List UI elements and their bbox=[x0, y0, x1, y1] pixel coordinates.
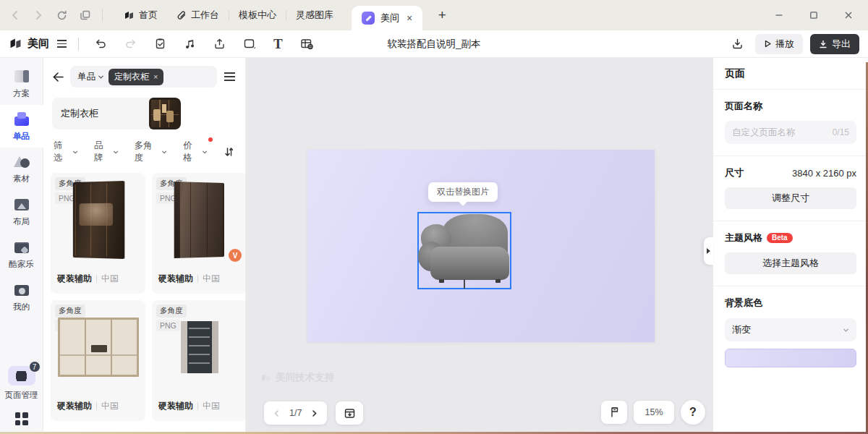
meijian-logo-icon bbox=[9, 37, 22, 51]
sidebar-item-assets[interactable]: 素材 bbox=[0, 148, 43, 190]
page-pager: 1/7 bbox=[264, 401, 327, 425]
product-region: 中国 bbox=[101, 273, 119, 285]
search-tag[interactable]: 定制衣柜 × bbox=[109, 69, 163, 85]
divider bbox=[78, 38, 79, 51]
resize-button[interactable]: 调整尺寸 bbox=[725, 187, 856, 209]
filter-brand[interactable]: 品牌 bbox=[94, 140, 119, 164]
redo-icon[interactable] bbox=[124, 38, 137, 50]
background-mode-select[interactable]: 渐变 bbox=[725, 318, 856, 341]
shape-icon[interactable] bbox=[243, 38, 256, 50]
product-meta: 硬装辅助 中国 bbox=[152, 394, 246, 421]
remove-tag-icon[interactable]: × bbox=[153, 72, 158, 81]
app-brand[interactable]: 美间 bbox=[9, 37, 67, 51]
layers-icon bbox=[16, 373, 27, 380]
close-window-button[interactable] bbox=[835, 4, 862, 26]
next-page-icon[interactable] bbox=[310, 409, 318, 417]
search-input[interactable]: 单品 定制衣柜 × bbox=[70, 66, 217, 88]
export-button[interactable]: 导出 bbox=[810, 34, 859, 54]
nav-workspace-label: 工作台 bbox=[191, 9, 219, 22]
product-card[interactable]: 多角度 PNG 硬装辅助 中国 bbox=[152, 300, 246, 421]
editor-toolbar: 美间 T bbox=[0, 30, 868, 58]
page-name-field[interactable]: 0/15 bbox=[725, 121, 856, 144]
filter-screen[interactable]: 筛选 bbox=[54, 140, 78, 164]
help-button[interactable]: ? bbox=[681, 400, 705, 425]
product-card[interactable]: 多角度 PNG 硬装辅助 中国 bbox=[51, 173, 145, 294]
kujiale-icon bbox=[13, 239, 30, 255]
maximize-button[interactable] bbox=[800, 4, 827, 26]
product-panel: 单品 定制衣柜 × 定制衣柜 筛选 品牌 bbox=[43, 58, 246, 434]
filter-angle[interactable]: 多角度 bbox=[135, 140, 167, 164]
document-title[interactable]: 软装搭配自说明_副本 bbox=[387, 30, 480, 58]
category-label: 单品 bbox=[77, 71, 95, 83]
filter-label: 多角度 bbox=[135, 140, 159, 164]
sidebar-item-layout[interactable]: 布局 bbox=[0, 190, 43, 233]
list-view-icon[interactable] bbox=[223, 69, 237, 84]
window-controls bbox=[765, 4, 868, 26]
layout-icon bbox=[13, 197, 30, 213]
back-arrow-icon[interactable] bbox=[52, 72, 64, 82]
nav-inspiration[interactable]: 灵感图库 bbox=[286, 9, 343, 22]
table-icon[interactable] bbox=[300, 38, 313, 50]
apps-grid-icon[interactable] bbox=[15, 412, 28, 425]
sort-icon[interactable] bbox=[224, 146, 235, 158]
product-card[interactable]: 多角度 PNG 硬装辅助 中国 bbox=[51, 300, 145, 421]
product-image-area: 多角度 PNG bbox=[51, 173, 145, 267]
chevron-down-icon bbox=[202, 149, 208, 156]
selected-image[interactable] bbox=[417, 212, 511, 289]
download-icon[interactable] bbox=[726, 34, 748, 54]
sidebar-item-plan[interactable]: 方案 bbox=[0, 62, 43, 105]
sidebar-item-mine[interactable]: 我的 bbox=[0, 276, 43, 318]
page-name-input[interactable] bbox=[732, 127, 828, 137]
tab-meijian[interactable]: 美间 × bbox=[352, 6, 422, 30]
nav-home-label: 首页 bbox=[139, 9, 158, 22]
nav-home[interactable]: 首页 bbox=[114, 9, 167, 22]
save-page-button[interactable] bbox=[336, 401, 363, 425]
panel-header: 单品 定制衣柜 × bbox=[43, 58, 245, 93]
sidebar-item-label: 酷家乐 bbox=[9, 259, 34, 270]
product-region: 中国 bbox=[203, 400, 220, 412]
main-menu-icon[interactable] bbox=[57, 40, 67, 48]
undo-icon[interactable] bbox=[95, 38, 107, 50]
product-card[interactable]: 多角度 PNG V 硬装辅助 中国 bbox=[152, 173, 246, 294]
refresh-icon[interactable] bbox=[56, 10, 67, 21]
watermark-label: 美间技术支持 bbox=[276, 371, 334, 384]
zoom-level[interactable]: 15% bbox=[634, 401, 674, 424]
chevron-down-icon bbox=[98, 74, 104, 80]
collapse-panel-handle[interactable] bbox=[704, 237, 713, 265]
watermark: 美间技术支持 bbox=[260, 371, 334, 384]
minimize-button[interactable] bbox=[765, 4, 793, 26]
back-icon[interactable] bbox=[10, 10, 20, 20]
choose-theme-button[interactable]: 选择主题风格 bbox=[725, 252, 856, 274]
product-grid: 多角度 PNG 硬装辅助 中国 多角度 PNG bbox=[43, 171, 245, 421]
gradient-swatch[interactable] bbox=[725, 349, 856, 367]
product-brand: 硬装辅助 bbox=[57, 400, 92, 412]
clipboard-icon[interactable] bbox=[154, 38, 166, 50]
background-mode-value: 渐变 bbox=[732, 323, 751, 336]
category-dropdown[interactable]: 单品 bbox=[77, 71, 104, 83]
prev-page-icon[interactable] bbox=[273, 409, 281, 417]
nav-workspace[interactable]: 工作台 bbox=[167, 9, 229, 22]
archive-icon bbox=[344, 407, 356, 420]
sidebar-item-product[interactable]: 单品 bbox=[0, 105, 43, 148]
text-tool-icon[interactable]: T bbox=[273, 37, 283, 51]
filter-price[interactable]: 价格 bbox=[183, 140, 208, 164]
keyword-card[interactable]: 定制衣柜 bbox=[52, 98, 181, 129]
canvas-bottom-left: 1/7 bbox=[264, 401, 363, 425]
wardrobe-image bbox=[72, 181, 124, 259]
sidebar-item-kujiale[interactable]: 酷家乐 bbox=[0, 233, 43, 276]
angle-badge: 多角度 bbox=[156, 305, 187, 318]
play-button[interactable]: 播放 bbox=[755, 34, 803, 54]
canvas-area[interactable]: 双击替换图片 美间技术支持 1/7 15% ? bbox=[246, 58, 712, 434]
background-label: 背景底色 bbox=[725, 297, 856, 310]
sidebar-item-label: 布局 bbox=[13, 216, 30, 227]
music-icon[interactable] bbox=[184, 38, 196, 50]
product-region: 中国 bbox=[101, 400, 119, 412]
nav-templates[interactable]: 模板中心 bbox=[229, 9, 286, 22]
close-tab-icon[interactable]: × bbox=[407, 12, 412, 24]
new-tab-button[interactable]: + bbox=[433, 7, 451, 23]
upload-icon[interactable] bbox=[213, 38, 226, 50]
duplicate-window-icon[interactable] bbox=[80, 10, 90, 20]
page-manager-button[interactable]: 7 bbox=[8, 366, 35, 386]
forward-icon[interactable] bbox=[33, 10, 43, 20]
guide-flag-button[interactable] bbox=[601, 401, 627, 424]
